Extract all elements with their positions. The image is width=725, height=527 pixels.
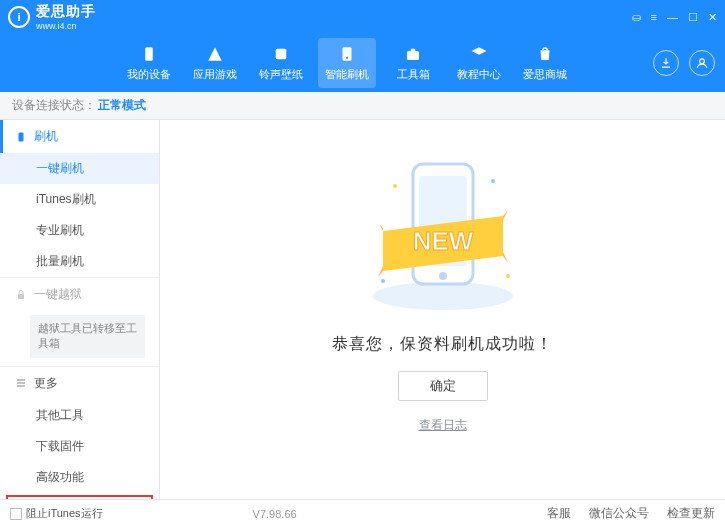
svg-rect-11 (17, 386, 25, 387)
block-itunes-checkbox[interactable]: 阻止iTunes运行 (10, 506, 103, 521)
close-button[interactable]: ✕ (708, 11, 717, 24)
svg-point-17 (393, 184, 397, 188)
list-icon (14, 376, 28, 390)
nav-tab-ringtone[interactable]: 铃声壁纸 (252, 38, 310, 88)
status-label: 设备连接状态： (12, 97, 96, 114)
nav-label: 铃声壁纸 (259, 67, 303, 82)
svg-rect-5 (411, 48, 416, 50)
phone-icon (14, 130, 28, 144)
svg-rect-4 (407, 51, 419, 60)
ringtone-icon (272, 45, 290, 63)
status-bar: 设备连接状态： 正常模式 (0, 92, 725, 120)
footer-link-support[interactable]: 客服 (547, 505, 571, 522)
logo-icon: i (8, 6, 30, 28)
nav-label: 智能刷机 (325, 67, 369, 82)
nav-label: 我的设备 (127, 67, 171, 82)
user-button[interactable] (689, 50, 715, 76)
view-log-link[interactable]: 查看日志 (419, 417, 467, 434)
svg-rect-1 (276, 48, 287, 59)
footer: 阻止iTunes运行 V7.98.66 客服 微信公众号 检查更新 (0, 499, 725, 527)
sidebar-group-title: 更多 (34, 375, 58, 392)
svg-point-6 (700, 59, 705, 64)
tutorial-icon (470, 45, 488, 63)
download-button[interactable] (653, 50, 679, 76)
ok-button[interactable]: 确定 (398, 371, 488, 401)
success-illustration: NEW (343, 146, 543, 316)
sidebar-group-more[interactable]: 更多 (0, 367, 159, 400)
device-icon (140, 45, 158, 63)
flash-icon (338, 45, 356, 63)
version-label: V7.98.66 (253, 508, 297, 520)
app-name: 爱思助手 (36, 3, 96, 21)
site-url: www.i4.cn (36, 21, 96, 31)
footer-link-wechat[interactable]: 微信公众号 (589, 505, 649, 522)
sidebar-item-pro-flash[interactable]: 专业刷机 (0, 215, 159, 246)
sidebar-group-jailbreak: 一键越狱 (0, 278, 159, 311)
nav-tab-apps[interactable]: 应用游戏 (186, 38, 244, 88)
sidebar-item-download-firmware[interactable]: 下载固件 (0, 431, 159, 462)
nav-tabs: 我的设备 应用游戏 铃声壁纸 智能刷机 工具箱 教程中心 爱思商城 (120, 38, 574, 88)
nav-tab-tutorial[interactable]: 教程中心 (450, 38, 508, 88)
sidebar-group-title: 一键越狱 (34, 286, 82, 303)
svg-point-16 (439, 272, 447, 280)
top-nav: 我的设备 应用游戏 铃声壁纸 智能刷机 工具箱 教程中心 爱思商城 (0, 34, 725, 92)
svg-point-13 (373, 282, 513, 310)
menu-icon[interactable]: ≡ (651, 11, 657, 24)
nav-label: 爱思商城 (523, 67, 567, 82)
minimize-button[interactable]: — (667, 11, 678, 24)
options-highlight-box: 自动激活 跳过向导 (6, 495, 153, 499)
app-logo: i 爱思助手 www.i4.cn (8, 3, 96, 31)
nav-tab-toolbox[interactable]: 工具箱 (384, 38, 442, 88)
content: 刷机 一键刷机 iTunes刷机 专业刷机 批量刷机 一键越狱 越狱工具已转移至… (0, 120, 725, 499)
checkbox-label: 阻止iTunes运行 (26, 506, 103, 521)
sidebar: 刷机 一键刷机 iTunes刷机 专业刷机 批量刷机 一键越狱 越狱工具已转移至… (0, 120, 160, 499)
topnav-right (653, 50, 715, 76)
sidebar-item-batch-flash[interactable]: 批量刷机 (0, 246, 159, 277)
store-icon (536, 45, 554, 63)
nav-label: 工具箱 (397, 67, 430, 82)
nav-tab-store[interactable]: 爱思商城 (516, 38, 574, 88)
success-message: 恭喜您，保资料刷机成功啦！ (332, 334, 553, 355)
titlebar: i 爱思助手 www.i4.cn ⛀ ≡ — ☐ ✕ (0, 0, 725, 34)
footer-link-update[interactable]: 检查更新 (667, 505, 715, 522)
svg-point-18 (491, 179, 495, 183)
sidebar-jailbreak-note: 越狱工具已转移至工具箱 (30, 315, 145, 358)
svg-point-3 (346, 56, 348, 58)
sidebar-item-other-tools[interactable]: 其他工具 (0, 400, 159, 431)
nav-tab-flash[interactable]: 智能刷机 (318, 38, 376, 88)
apps-icon (206, 45, 224, 63)
svg-point-20 (381, 279, 385, 283)
svg-rect-8 (18, 294, 24, 299)
sidebar-group-title: 刷机 (34, 128, 58, 145)
nav-label: 教程中心 (457, 67, 501, 82)
cart-icon[interactable]: ⛀ (632, 11, 641, 24)
svg-rect-0 (145, 47, 153, 61)
svg-rect-10 (17, 383, 25, 384)
toolbox-icon (404, 45, 422, 63)
lock-icon (14, 288, 28, 302)
svg-point-19 (506, 274, 510, 278)
sidebar-item-onekey-flash[interactable]: 一键刷机 (0, 153, 159, 184)
new-badge-text: NEW (412, 226, 473, 256)
window-controls: ⛀ ≡ — ☐ ✕ (632, 11, 717, 24)
sidebar-item-advanced[interactable]: 高级功能 (0, 462, 159, 493)
svg-rect-7 (19, 132, 24, 141)
sidebar-group-flash[interactable]: 刷机 (0, 120, 159, 153)
status-value: 正常模式 (98, 97, 146, 114)
nav-tab-device[interactable]: 我的设备 (120, 38, 178, 88)
nav-label: 应用游戏 (193, 67, 237, 82)
svg-rect-9 (17, 380, 25, 381)
sidebar-item-itunes-flash[interactable]: iTunes刷机 (0, 184, 159, 215)
main-panel: NEW 恭喜您，保资料刷机成功啦！ 确定 查看日志 (160, 120, 725, 499)
maximize-button[interactable]: ☐ (688, 11, 698, 24)
